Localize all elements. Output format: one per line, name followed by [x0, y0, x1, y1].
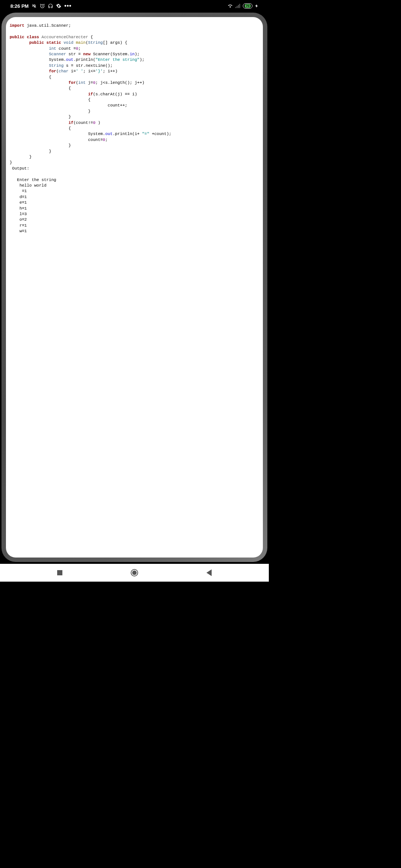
- output-line: h=1: [10, 206, 27, 211]
- status-bar: 8:26 PM ••• 70: [0, 0, 269, 12]
- output-line: l=3: [10, 212, 27, 216]
- alarm-icon: [40, 3, 45, 9]
- charging-icon: [255, 3, 258, 9]
- mute-icon: [32, 3, 37, 9]
- navigation-bar: [0, 564, 269, 582]
- svg-rect-3: [238, 5, 239, 8]
- square-icon: [57, 570, 62, 575]
- output-line: =1: [10, 189, 27, 193]
- output-line: r=1: [10, 223, 27, 228]
- output-line: o=2: [10, 217, 27, 222]
- output-line: w=1: [10, 229, 27, 233]
- svg-rect-1: [235, 7, 236, 8]
- code-viewer-screen[interactable]: import java.util.Scanner; public class A…: [6, 17, 263, 558]
- status-right: 70: [227, 3, 258, 9]
- status-left: 8:26 PM •••: [10, 3, 72, 9]
- more-icon: •••: [64, 3, 72, 9]
- recent-apps-button[interactable]: [55, 568, 65, 578]
- output-line: d=1: [10, 195, 27, 199]
- battery-level: 70: [245, 4, 251, 8]
- svg-rect-2: [237, 6, 237, 8]
- output-line: Enter the string: [10, 178, 56, 182]
- status-time: 8:26 PM: [10, 3, 29, 9]
- circle-icon: [131, 569, 138, 576]
- output-label: Output:: [10, 166, 29, 171]
- output-line: e=1: [10, 200, 27, 205]
- device-frame: import java.util.Scanner; public class A…: [1, 13, 267, 562]
- signal-icon: [235, 4, 241, 8]
- headphones-icon: [48, 3, 53, 9]
- svg-rect-4: [239, 4, 240, 8]
- back-button[interactable]: [204, 568, 214, 578]
- wifi-icon: [227, 3, 233, 9]
- battery-icon: 70: [243, 3, 252, 9]
- gear-icon: [56, 3, 61, 9]
- output-line: hello world: [10, 183, 46, 188]
- code-content: import java.util.Scanner; public class A…: [10, 23, 259, 234]
- home-button[interactable]: [129, 568, 140, 578]
- triangle-icon: [206, 569, 212, 576]
